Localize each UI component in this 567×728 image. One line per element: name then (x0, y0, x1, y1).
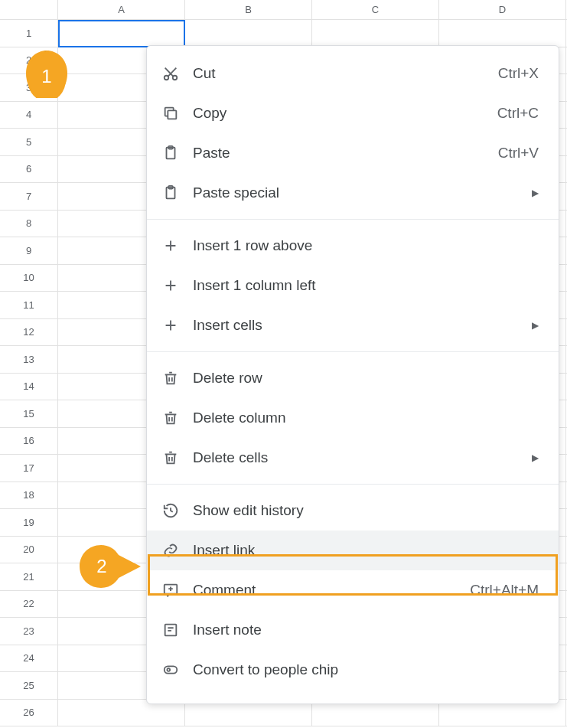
menu-delete-cells[interactable]: Delete cells ▶ (147, 438, 559, 478)
row-header[interactable]: 10 (0, 265, 58, 292)
row-header[interactable]: 26 (0, 700, 58, 726)
row-header[interactable]: 7 (0, 183, 58, 210)
cell[interactable] (439, 20, 566, 47)
menu-label: Show edit history (193, 502, 539, 519)
paste-icon (162, 145, 179, 162)
menu-paste-special[interactable]: Paste special ▶ (147, 173, 559, 213)
row-header[interactable]: 5 (0, 129, 58, 155)
row-header[interactable]: 23 (0, 618, 58, 645)
callout-1: 1 (26, 51, 67, 98)
row-header[interactable]: 19 (0, 509, 58, 536)
column-header-a[interactable]: A (58, 0, 185, 19)
menu-shortcut: Ctrl+Alt+M (470, 582, 539, 599)
menu-label: Delete cells (193, 449, 524, 466)
row-header[interactable]: 8 (0, 211, 58, 237)
row-header[interactable]: 18 (0, 482, 58, 509)
row-header[interactable]: 16 (0, 428, 58, 455)
history-icon (162, 502, 179, 519)
menu-label: Convert to people chip (193, 661, 539, 678)
context-menu: Cut Ctrl+X Copy Ctrl+C Paste Ctrl+V Past… (146, 45, 559, 704)
row-header[interactable]: 6 (0, 156, 58, 183)
row-header[interactable]: 20 (0, 537, 58, 563)
trash-icon (162, 449, 179, 466)
menu-insert-row-above[interactable]: Insert 1 row above (147, 226, 559, 266)
trash-icon (162, 410, 179, 426)
menu-label: Insert 1 column left (193, 277, 539, 294)
row-header[interactable]: 15 (0, 400, 58, 427)
menu-label: Insert 1 row above (193, 237, 539, 254)
menu-delete-row[interactable]: Delete row (147, 358, 559, 398)
row-header[interactable]: 9 (0, 237, 58, 264)
callout-2: 2 (80, 545, 141, 588)
menu-label: Copy (193, 105, 497, 122)
callout-label: 2 (96, 556, 106, 577)
row-header[interactable]: 12 (0, 319, 58, 346)
note-icon (162, 622, 179, 638)
copy-icon (162, 105, 179, 122)
cell[interactable] (58, 20, 185, 47)
svg-point-0 (165, 76, 169, 80)
column-header-c[interactable]: C (312, 0, 439, 19)
link-icon (162, 542, 179, 559)
menu-label: Paste special (193, 184, 524, 201)
row-header[interactable]: 24 (0, 645, 58, 672)
chevron-right-icon: ▶ (532, 320, 539, 331)
menu-insert-note[interactable]: Insert note (147, 610, 559, 650)
svg-point-1 (173, 76, 178, 80)
menu-insert-cells[interactable]: Insert cells ▶ (147, 305, 559, 345)
menu-insert-link[interactable]: Insert link (147, 530, 559, 570)
chevron-right-icon: ▶ (532, 188, 539, 198)
row: 1 (0, 20, 567, 47)
menu-paste[interactable]: Paste Ctrl+V (147, 133, 559, 173)
plus-icon (162, 277, 179, 294)
menu-comment[interactable]: Comment Ctrl+Alt+M (147, 570, 559, 610)
cell[interactable] (312, 20, 439, 47)
row-header[interactable]: 17 (0, 455, 58, 482)
menu-label: Insert note (193, 622, 539, 638)
chevron-right-icon: ▶ (532, 452, 539, 463)
row-header[interactable]: 4 (0, 102, 58, 129)
svg-point-10 (167, 668, 170, 671)
menu-insert-column-left[interactable]: Insert 1 column left (147, 266, 559, 305)
row-header[interactable]: 25 (0, 672, 58, 699)
select-all-corner[interactable] (0, 0, 58, 19)
row-header[interactable]: 22 (0, 591, 58, 618)
menu-label: Insert link (193, 542, 539, 559)
menu-cut[interactable]: Cut Ctrl+X (147, 54, 559, 93)
menu-label: Paste (193, 145, 498, 162)
comment-icon (162, 582, 179, 599)
trash-icon (162, 370, 179, 387)
menu-delete-column[interactable]: Delete column (147, 398, 559, 438)
paste-special-icon (162, 184, 179, 201)
column-header-b[interactable]: B (185, 0, 312, 19)
menu-label: Delete column (193, 410, 539, 426)
plus-icon (162, 237, 179, 254)
column-headers: A B C D (0, 0, 567, 20)
menu-shortcut: Ctrl+X (498, 65, 539, 82)
plus-icon (162, 317, 179, 334)
menu-shortcut: Ctrl+V (498, 145, 539, 162)
row-header[interactable]: 21 (0, 563, 58, 590)
menu-label: Delete row (193, 370, 539, 387)
people-chip-icon (162, 661, 179, 678)
row-header[interactable]: 13 (0, 346, 58, 373)
cut-icon (162, 65, 179, 82)
menu-label: Cut (193, 65, 498, 82)
menu-convert-people-chip[interactable]: Convert to people chip (147, 650, 559, 690)
divider (147, 484, 559, 485)
menu-shortcut: Ctrl+C (497, 105, 539, 122)
row-header[interactable]: 14 (0, 374, 58, 400)
svg-rect-2 (168, 110, 176, 119)
menu-copy[interactable]: Copy Ctrl+C (147, 93, 559, 133)
divider (147, 219, 559, 220)
row-header[interactable]: 1 (0, 20, 58, 47)
divider (147, 351, 559, 352)
column-header-d[interactable]: D (439, 0, 566, 19)
menu-show-edit-history[interactable]: Show edit history (147, 491, 559, 530)
callout-label: 1 (41, 66, 51, 87)
row-header[interactable]: 11 (0, 292, 58, 318)
menu-label: Comment (193, 582, 470, 599)
menu-label: Insert cells (193, 317, 524, 334)
cell[interactable] (185, 20, 312, 47)
